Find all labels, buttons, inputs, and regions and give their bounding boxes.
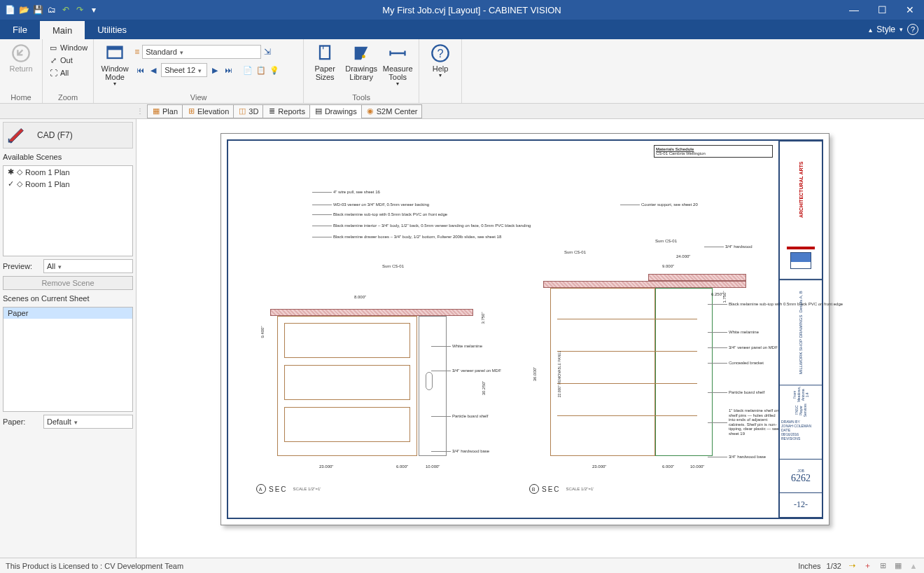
ribbon-group-view: Window Mode ▾ ≡ Standard ⇲ ⏮ ◀ Sheet 12 … <box>94 39 304 103</box>
layer-tool-icon[interactable]: ⇲ <box>264 47 271 57</box>
redo-icon[interactable]: ↷ <box>74 4 85 15</box>
close-button[interactable]: ✕ <box>896 0 924 20</box>
drawings-library-button[interactable]: Drawings Library <box>344 42 378 83</box>
reports-icon: ≣ <box>267 107 276 116</box>
new-icon[interactable]: 📄 <box>4 4 15 15</box>
svg-point-4 <box>362 55 365 58</box>
asterisk-icon: ✱ <box>8 167 14 177</box>
cube-icon: ◫ <box>238 107 246 116</box>
available-scenes-list[interactable]: ✱◇Room 1 Plan ✓◇Room 1 Plan <box>3 165 133 256</box>
check-icon: ✓ <box>8 179 14 188</box>
layer-select[interactable]: Standard <box>142 45 261 59</box>
viewtab-plan[interactable]: ▦Plan <box>147 104 183 118</box>
ribbon-tabs: File Main Utilities ▴ Style ▾ ? <box>0 20 924 39</box>
paper-sizes-icon <box>315 43 335 63</box>
svg-rect-2 <box>108 47 122 50</box>
list-item[interactable]: ✱◇Room 1 Plan <box>4 166 132 178</box>
remove-scene-button[interactable]: Remove Scene <box>3 276 133 290</box>
quick-access-toolbar: 📄 📂 💾 🗂 ↶ ↷ ▾ <box>0 4 104 15</box>
grid-icon[interactable]: ⊞ <box>878 561 888 571</box>
diamond-icon: ◇ <box>17 167 22 177</box>
help-icon[interactable]: ? <box>907 24 918 35</box>
view-tabs: ⋮ ▦Plan ⊞Elevation ◫3D ≣Reports ▤Drawing… <box>0 104 924 119</box>
svg-text:?: ? <box>438 47 444 60</box>
minimize-button[interactable]: — <box>840 0 868 20</box>
cad-button[interactable]: CAD (F7) <box>3 122 133 149</box>
window-controls: — ☐ ✕ <box>840 0 924 20</box>
ribbon-group-tools: Paper Sizes Drawings Library Measure Too… <box>304 39 419 103</box>
title-bar: 📄 📂 💾 🗂 ↶ ↷ ▾ My First Job.cvj [Layout] … <box>0 0 924 20</box>
new-sheet-icon[interactable]: 📄 <box>242 64 253 76</box>
last-sheet-button[interactable]: ⏭ <box>223 64 234 76</box>
next-sheet-button[interactable]: ▶ <box>209 64 220 76</box>
paper-sheet: Materials Schedule CS-01 Cambria Welling… <box>220 133 830 525</box>
zoom-out-button[interactable]: ⤢Out <box>47 55 74 66</box>
viewtab-drawings[interactable]: ▤Drawings <box>309 104 362 118</box>
window-mode-button[interactable]: Window Mode ▾ <box>98 42 132 89</box>
plan-icon: ▦ <box>152 107 160 116</box>
materials-schedule: Materials Schedule CS-01 Cambria Welling… <box>654 145 773 158</box>
elevation-icon: ⊞ <box>187 107 195 116</box>
help-button[interactable]: ? Help ▾ <box>424 42 457 81</box>
svg-point-0 <box>13 45 29 61</box>
viewtab-s2m[interactable]: ◉S2M Center <box>361 104 423 118</box>
snap-label[interactable]: 1/32 <box>827 562 841 570</box>
open-icon[interactable]: 📂 <box>18 4 29 15</box>
grid2-icon[interactable]: ▦ <box>893 561 903 571</box>
return-button[interactable]: Return <box>4 42 38 74</box>
idea-icon[interactable]: 💡 <box>269 64 280 76</box>
first-sheet-button[interactable]: ⏮ <box>134 64 146 76</box>
tab-main[interactable]: Main <box>40 20 85 39</box>
measure-tools-button[interactable]: Measure Tools ▾ <box>381 42 414 89</box>
preview-select[interactable]: All <box>43 259 133 273</box>
ortho-icon[interactable]: ＋ <box>862 561 872 571</box>
ribbon-collapse-icon[interactable]: ▴ <box>869 26 872 34</box>
layer-icon[interactable]: ≡ <box>134 47 139 57</box>
logo-icon <box>790 252 811 269</box>
chevron-down-icon: ▾ <box>396 81 399 88</box>
viewtab-reports[interactable]: ≣Reports <box>262 104 310 118</box>
drawings-icon: ▤ <box>314 107 323 116</box>
viewtab-elevation[interactable]: ⊞Elevation <box>182 104 234 118</box>
chevron-down-icon: ▾ <box>439 73 442 79</box>
available-scenes-label: Available Scenes <box>3 151 133 163</box>
current-sheet-label: Scenes on Current Sheet <box>3 293 133 304</box>
title-block: ARCHITECTURAL ARTS MILLWORK SHOP DRAWING… <box>778 141 822 518</box>
license-text: This Product is Licensed to : CV Develop… <box>6 562 183 570</box>
zoom-out-icon: ⤢ <box>48 55 58 65</box>
current-sheet-list[interactable]: Paper <box>3 307 133 412</box>
tab-utilities[interactable]: Utilities <box>85 20 139 39</box>
status-bar: This Product is Licensed to : CV Develop… <box>0 558 924 573</box>
panel-collapse-handle[interactable]: ⋮ <box>136 104 144 118</box>
sheet-select[interactable]: Sheet 12 <box>161 63 207 77</box>
diamond-icon: ◇ <box>17 179 22 188</box>
side-panel: CAD (F7) Available Scenes ✱◇Room 1 Plan … <box>0 119 136 558</box>
tab-file[interactable]: File <box>0 20 40 39</box>
viewtab-3d[interactable]: ◫3D <box>233 104 263 118</box>
zoom-all-button[interactable]: ⛶All <box>47 67 70 78</box>
list-item[interactable]: Paper <box>4 308 132 319</box>
section-a: 4" wire pull, see sheet 16 WD-03 veneer … <box>242 211 501 491</box>
style-dropdown-icon[interactable]: ▾ <box>899 26 903 33</box>
paper-sizes-button[interactable]: Paper Sizes <box>308 42 342 83</box>
copy-sheet-icon[interactable]: 📋 <box>255 64 267 76</box>
list-item[interactable]: ✓◇Room 1 Plan <box>4 178 132 190</box>
paper-select[interactable]: Default <box>43 415 133 429</box>
ribbon-group-help: ? Help ▾ <box>419 39 462 103</box>
chevron-down-icon: ▾ <box>113 81 116 88</box>
qat-dropdown-icon[interactable]: ▾ <box>88 4 99 15</box>
snap-toggle-icon[interactable]: ⇢ <box>847 561 857 571</box>
style-label[interactable]: Style <box>876 25 895 34</box>
drawing-canvas[interactable]: Materials Schedule CS-01 Cambria Welling… <box>136 119 924 558</box>
save-icon[interactable]: 💾 <box>32 4 43 15</box>
warn-icon[interactable]: ▲ <box>909 561 918 571</box>
units-label[interactable]: Inches <box>798 562 820 570</box>
zoom-window-button[interactable]: ▭Window <box>47 42 89 53</box>
prev-sheet-button[interactable]: ◀ <box>148 64 159 76</box>
saveall-icon[interactable]: 🗂 <box>46 4 57 15</box>
section-b-label: B SEC SCALE 1/2"=1' <box>529 484 594 494</box>
undo-icon[interactable]: ↶ <box>60 4 71 15</box>
window-mode-icon <box>105 43 125 63</box>
main-area: CAD (F7) Available Scenes ✱◇Room 1 Plan … <box>0 119 924 558</box>
maximize-button[interactable]: ☐ <box>868 0 896 20</box>
